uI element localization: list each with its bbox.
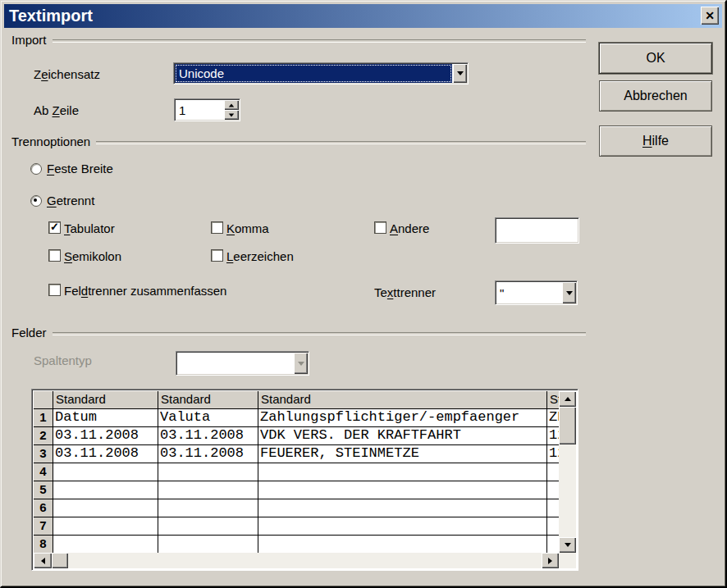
preview-cell[interactable] — [158, 536, 258, 553]
preview-cell[interactable]: Zahlungspflichtiger/-empfaenger — [258, 409, 547, 426]
preview-cell[interactable] — [547, 517, 559, 535]
preview-cell[interactable]: Datum — [53, 409, 158, 426]
other-label[interactable]: Andere — [390, 222, 429, 235]
arrow-right-icon — [548, 558, 552, 564]
vertical-scrollbar-thumb[interactable] — [559, 407, 576, 444]
checkbox-merge-delimiters[interactable] — [48, 284, 61, 296]
preview-cell[interactable] — [53, 517, 158, 535]
spin-down-button[interactable] — [224, 110, 239, 120]
text-delimiter-dropdown-button[interactable] — [562, 282, 576, 303]
preview-cell[interactable]: ZP — [547, 409, 559, 426]
preview-cell[interactable] — [547, 499, 559, 517]
from-row-spinner[interactable]: 1 — [174, 98, 240, 121]
preview-header-cell[interactable]: Standard — [53, 391, 158, 408]
text-delimiter-combobox[interactable]: " — [495, 280, 578, 305]
preview-cell[interactable] — [258, 481, 547, 499]
checkbox-other[interactable] — [374, 221, 386, 234]
spin-up-button[interactable] — [224, 100, 239, 110]
column-type-combobox — [176, 351, 309, 376]
checkbox-tab[interactable] — [48, 221, 61, 234]
charset-dropdown-button[interactable] — [453, 64, 467, 83]
group-import: Import — [11, 33, 586, 47]
ok-button[interactable]: OK — [599, 43, 712, 74]
row-number-cell[interactable]: 7 — [34, 517, 53, 535]
preview-cell[interactable] — [158, 481, 258, 499]
preview-cell[interactable] — [53, 463, 158, 481]
close-button[interactable]: ✕ — [701, 7, 719, 25]
preview-cell[interactable] — [158, 517, 258, 535]
preview-cell[interactable] — [258, 517, 547, 535]
preview-cell[interactable]: FEUERER, STEINMETZE — [258, 445, 547, 463]
row-number-cell[interactable]: 4 — [34, 463, 53, 481]
charset-value[interactable]: Unicode — [175, 64, 452, 83]
column-type-value — [176, 352, 293, 375]
row-number-cell[interactable]: 2 — [34, 427, 53, 444]
preview-cell[interactable]: VDK VERS. DER KRAFTFAHRT — [258, 427, 547, 444]
scroll-down-button[interactable] — [559, 537, 576, 553]
other-separator-input[interactable] — [495, 217, 579, 244]
row-number-cell[interactable]: 8 — [34, 536, 53, 553]
scroll-left-button[interactable] — [34, 553, 52, 568]
cancel-button[interactable]: Abbrechen — [599, 80, 712, 112]
preview-cell[interactable] — [258, 499, 547, 517]
preview-header-cell[interactable]: Standard — [547, 391, 559, 408]
horizontal-scrollbar[interactable] — [34, 553, 559, 568]
preview-cell[interactable]: 12 — [547, 445, 559, 463]
arrow-up-icon — [565, 397, 571, 401]
column-type-label: Spaltentyp — [34, 354, 92, 367]
separated-label[interactable]: Getrennt — [47, 194, 94, 207]
space-label[interactable]: Leerzeichen — [226, 250, 294, 263]
checkbox-semicolon[interactable] — [48, 249, 61, 262]
row-number-cell[interactable]: 3 — [34, 445, 53, 463]
semicolon-label[interactable]: Semikolon — [64, 250, 121, 263]
preview-table: StandardStandardStandardStandard1DatumVa… — [31, 389, 578, 571]
group-fields-line — [53, 332, 586, 335]
radio-fixed-width[interactable] — [30, 163, 42, 175]
preview-cell[interactable] — [547, 536, 559, 553]
merge-delimiters-label[interactable]: Feldtrenner zusammenfassen — [64, 285, 226, 298]
horizontal-scrollbar-thumb[interactable] — [52, 553, 68, 568]
comma-label[interactable]: Komma — [226, 222, 269, 235]
vertical-scrollbar[interactable] — [559, 391, 576, 553]
preview-cell[interactable] — [258, 463, 547, 481]
preview-cell[interactable] — [158, 463, 258, 481]
textimport-dialog: Textimport ✕ Import Zeichensatz Unicode … — [0, 0, 727, 588]
arrow-down-icon — [565, 543, 571, 547]
charset-combobox[interactable]: Unicode — [173, 62, 469, 84]
radio-separated[interactable] — [30, 195, 42, 207]
preview-cell[interactable] — [158, 499, 258, 517]
titlebar[interactable]: Textimport ✕ — [4, 4, 722, 28]
checkbox-space[interactable] — [211, 249, 223, 262]
window-title: Textimport — [4, 7, 93, 25]
preview-cell[interactable]: 03.11.2008 — [158, 445, 258, 463]
preview-header-cell[interactable]: Standard — [158, 391, 258, 408]
preview-cell[interactable] — [53, 481, 158, 499]
preview-cell[interactable] — [547, 481, 559, 499]
row-number-cell[interactable]: 5 — [34, 481, 53, 499]
row-number-cell[interactable]: 6 — [34, 499, 53, 517]
preview-cell[interactable]: 03.11.2008 — [53, 427, 158, 444]
preview-cell[interactable] — [547, 463, 559, 481]
text-delimiter-value[interactable]: " — [496, 281, 561, 304]
preview-row: 203.11.200803.11.2008VDK VERS. DER KRAFT… — [34, 427, 559, 445]
tab-label[interactable]: Tabulator — [64, 222, 115, 235]
preview-cell[interactable]: 03.11.2008 — [158, 427, 258, 444]
preview-grid: StandardStandardStandardStandard1DatumVa… — [34, 391, 559, 553]
help-button[interactable]: Hilfe — [599, 125, 712, 157]
preview-cell[interactable]: 12 — [547, 427, 559, 444]
close-icon: ✕ — [705, 9, 715, 22]
preview-cell[interactable]: 03.11.2008 — [53, 445, 158, 463]
preview-cell[interactable] — [53, 499, 158, 517]
from-row-value[interactable]: 1 — [175, 99, 223, 121]
preview-row: 303.11.200803.11.2008FEUERER, STEINMETZE… — [34, 445, 559, 463]
preview-cell[interactable]: Valuta — [158, 409, 258, 426]
column-type-dropdown-button — [294, 353, 308, 374]
checkbox-comma[interactable] — [211, 221, 223, 234]
fixed-width-label[interactable]: Feste Breite — [47, 162, 113, 175]
scroll-up-button[interactable] — [559, 391, 576, 407]
preview-cell[interactable] — [258, 536, 547, 553]
row-number-cell[interactable]: 1 — [34, 409, 53, 426]
preview-cell[interactable] — [53, 536, 158, 553]
preview-header-cell[interactable]: Standard — [258, 391, 547, 408]
scroll-right-button[interactable] — [542, 553, 559, 568]
